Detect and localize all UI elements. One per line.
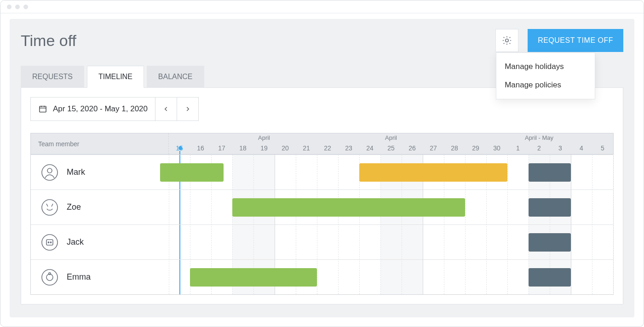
svg-point-9 <box>42 270 58 285</box>
prev-range-button[interactable] <box>155 97 177 121</box>
avatar <box>41 199 58 216</box>
day-label: 23 <box>345 144 352 152</box>
bars-cell <box>169 260 613 294</box>
svg-point-11 <box>49 272 51 274</box>
timeline-row: Emma <box>31 259 613 294</box>
day-label: 2 <box>537 144 541 152</box>
avatar <box>41 269 58 286</box>
timeline-bar[interactable] <box>529 233 571 252</box>
day-label: 4 <box>580 144 583 152</box>
dropdown-item-holidays[interactable]: Manage holidays <box>496 57 595 76</box>
timeline-gantt: Team member AprilAprilApril - May 151617… <box>30 133 614 295</box>
date-controls: Apr 15, 2020 - May 1, 2020 <box>30 97 614 121</box>
day-label: 17 <box>218 144 225 152</box>
day-label: 26 <box>408 144 416 152</box>
window-dot <box>7 5 12 9</box>
member-cell: Emma <box>31 260 169 294</box>
timeline-bar[interactable] <box>529 198 571 217</box>
svg-point-3 <box>47 168 52 173</box>
timeline-row: Mark <box>31 155 613 189</box>
day-label: 28 <box>451 144 458 152</box>
day-label: 24 <box>366 144 374 152</box>
dropdown-item-policies[interactable]: Manage policies <box>496 76 595 94</box>
bars-cell <box>169 225 613 259</box>
settings-button[interactable]: Manage holidays Manage policies <box>495 29 518 52</box>
timeline-panel: Apr 15, 2020 - May 1, 2020 Team member <box>21 87 623 304</box>
member-name: Jack <box>67 237 84 247</box>
day-label: 15 <box>176 144 183 152</box>
day-label: 20 <box>282 144 289 152</box>
month-label: April <box>385 134 397 141</box>
svg-point-4 <box>42 200 58 215</box>
tab-timeline[interactable]: TIMELINE <box>87 66 144 88</box>
timeline-bar[interactable] <box>190 268 317 287</box>
day-label: 22 <box>324 144 331 152</box>
day-label: 1 <box>516 144 520 152</box>
member-name: Emma <box>67 272 91 282</box>
month-label: April - May <box>525 134 553 141</box>
window-dot <box>23 5 28 9</box>
timeline-row: Jack <box>31 224 613 259</box>
svg-rect-6 <box>46 240 53 245</box>
member-name: Zoe <box>67 202 81 212</box>
member-name: Mark <box>67 167 85 177</box>
day-label: 25 <box>387 144 395 152</box>
day-label: 3 <box>558 144 562 152</box>
next-range-button[interactable] <box>177 97 199 121</box>
timeline-bar[interactable] <box>359 163 507 182</box>
svg-point-8 <box>50 241 51 242</box>
day-label: 30 <box>493 144 500 152</box>
timeline-bar[interactable] <box>529 268 571 287</box>
svg-point-5 <box>42 235 58 250</box>
timeline-bar[interactable] <box>232 198 465 217</box>
day-label: 5 <box>601 144 604 152</box>
day-label: 19 <box>260 144 268 152</box>
member-cell: Zoe <box>31 190 169 224</box>
avatar <box>41 234 58 251</box>
window-dot <box>15 5 20 9</box>
tab-requests[interactable]: REQUESTS <box>21 66 84 88</box>
request-time-off-button[interactable]: REQUEST TIME OFF <box>528 29 623 52</box>
tab-balance[interactable]: BALANCE <box>147 66 204 88</box>
gear-icon <box>501 35 512 46</box>
day-label: 16 <box>197 144 204 152</box>
bars-cell <box>169 190 613 224</box>
grid-line <box>613 155 614 294</box>
date-range-picker[interactable]: Apr 15, 2020 - May 1, 2020 <box>30 97 155 121</box>
month-label: April <box>258 134 270 141</box>
svg-point-10 <box>46 274 53 281</box>
svg-point-7 <box>48 241 49 242</box>
browser-chrome <box>0 0 644 13</box>
page-title: Time off <box>21 32 495 50</box>
timeline-row: Zoe <box>31 189 613 224</box>
gantt-body: MarkZoeJackEmma <box>31 155 613 294</box>
member-cell: Jack <box>31 225 169 259</box>
day-label: 21 <box>303 144 310 152</box>
settings-dropdown: Manage holidays Manage policies <box>496 52 595 99</box>
svg-rect-1 <box>40 106 46 112</box>
day-label: 18 <box>239 144 247 152</box>
timeline-bar[interactable] <box>529 163 571 182</box>
svg-point-2 <box>42 165 58 180</box>
avatar <box>41 164 58 181</box>
timeline-bar[interactable] <box>160 163 224 182</box>
chevron-left-icon <box>163 106 169 112</box>
date-range-text: Apr 15, 2020 - May 1, 2020 <box>53 104 148 114</box>
svg-point-0 <box>506 39 508 42</box>
day-label: 29 <box>472 144 479 152</box>
team-member-header: Team member <box>31 133 169 154</box>
day-label: 27 <box>430 144 437 152</box>
calendar-icon <box>38 104 47 114</box>
chevron-right-icon <box>184 106 191 112</box>
days-header: AprilAprilApril - May 151617181920212223… <box>169 133 613 154</box>
bars-cell <box>169 155 613 189</box>
member-cell: Mark <box>31 155 169 189</box>
